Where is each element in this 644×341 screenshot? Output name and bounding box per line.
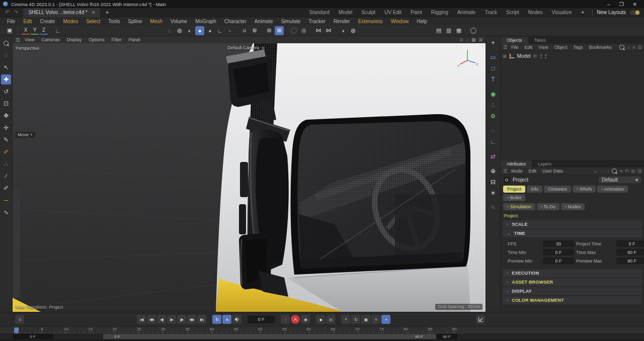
menu-item[interactable]: Tracker bbox=[304, 18, 330, 25]
menu-item[interactable]: File bbox=[3, 18, 19, 25]
document-tab[interactable]: SHELL Volvo ...terior.c4d * ✕ bbox=[23, 8, 100, 17]
tool-button[interactable]: ⊡ bbox=[1, 99, 11, 109]
menu-item[interactable]: Tools bbox=[104, 18, 124, 25]
playback-mode-button[interactable]: ↻ bbox=[212, 315, 221, 324]
axis-tool-icon[interactable]: ◎ bbox=[299, 26, 308, 35]
transport-button[interactable]: ●▶ bbox=[187, 315, 196, 324]
tool-button[interactable]: ✚ bbox=[1, 74, 11, 84]
keying-button[interactable]: ● bbox=[316, 315, 325, 324]
viewport-menu-item[interactable]: Display bbox=[63, 37, 86, 42]
tool-button[interactable]: ∴ bbox=[1, 159, 11, 169]
object-create-button[interactable]: ◉ bbox=[488, 89, 499, 100]
layout-tab[interactable]: Standard bbox=[304, 9, 334, 16]
close-button[interactable]: ✕ bbox=[633, 2, 637, 7]
field-value[interactable]: 0 F bbox=[543, 249, 574, 255]
render-icon[interactable]: ▤ bbox=[434, 26, 443, 35]
layout-tab[interactable]: Visualize bbox=[547, 9, 577, 16]
viewport-corner-handle[interactable] bbox=[479, 44, 485, 50]
attribute-tab[interactable]: ▫ XRefs bbox=[573, 186, 596, 193]
tool-button[interactable]: ◌ bbox=[1, 50, 11, 60]
axis-lock-button[interactable]: Y bbox=[31, 27, 39, 35]
key-channel-button[interactable]: × bbox=[381, 315, 390, 324]
layout-tab[interactable]: Nodes bbox=[524, 9, 547, 16]
maximize-button[interactable]: ❐ bbox=[619, 2, 624, 7]
object-create-button[interactable]: + bbox=[488, 37, 499, 48]
playback-mode-button[interactable]: A bbox=[222, 315, 231, 324]
object-create-button[interactable]: □ bbox=[488, 63, 499, 74]
attribute-tab[interactable]: Project bbox=[503, 186, 525, 193]
attribute-section[interactable]: › ASSET BROWSER bbox=[503, 278, 642, 286]
menu-item[interactable]: Help bbox=[413, 18, 431, 25]
popout-icon[interactable]: ⊡ bbox=[637, 168, 641, 174]
attribute-tab[interactable]: ▫ To Do bbox=[537, 203, 559, 210]
section-time[interactable]: ⌄ TIME bbox=[503, 229, 642, 237]
add-marker-button[interactable]: ◇ bbox=[15, 315, 24, 324]
objects-burger-icon[interactable]: ☰ bbox=[503, 45, 507, 50]
shading-mode-icon[interactable]: ∟ bbox=[215, 26, 224, 35]
expander-icon[interactable]: ⊞ bbox=[503, 54, 507, 59]
field-value[interactable]: 0 F bbox=[616, 240, 644, 247]
sound-button[interactable] bbox=[232, 315, 242, 324]
transport-button[interactable]: ◀● bbox=[147, 315, 156, 324]
attributes-menu-item[interactable]: Edit bbox=[526, 168, 540, 174]
preset-dropdown[interactable]: Default ▾ bbox=[599, 177, 641, 183]
viewport-burger-icon[interactable]: ☰ bbox=[16, 37, 20, 43]
attribute-tab[interactable]: ▫ Simulation bbox=[503, 203, 535, 210]
render-icon[interactable]: ▥ bbox=[444, 26, 453, 35]
record-button[interactable]: ◉ bbox=[301, 315, 310, 324]
menu-item[interactable]: Animate bbox=[251, 18, 277, 25]
view-label[interactable]: Perspective bbox=[16, 46, 39, 51]
key-channel-button[interactable]: ≡ bbox=[371, 315, 380, 324]
section-scale[interactable]: › SCALE bbox=[503, 220, 642, 228]
layout-tab[interactable]: Sculpt bbox=[357, 9, 380, 16]
attributes-burger-icon[interactable]: ☰ bbox=[503, 168, 507, 174]
object-create-button[interactable]: T bbox=[488, 74, 499, 85]
attribute-tab[interactable]: ▫ Nodes bbox=[561, 203, 585, 210]
field-value[interactable]: 90 F bbox=[616, 258, 644, 264]
viewport-solo-icon[interactable]: ▣ bbox=[5, 26, 14, 35]
attribute-tab[interactable]: Cineware bbox=[544, 186, 571, 193]
axis-lock-button[interactable]: Z bbox=[40, 27, 48, 35]
attribute-tab[interactable]: ▫ Animation bbox=[597, 186, 628, 193]
layout-tab[interactable]: Script bbox=[502, 9, 524, 16]
transport-button[interactable]: |▶ bbox=[177, 315, 186, 324]
camera-menu-icon[interactable]: ⊞ bbox=[261, 46, 265, 50]
object-create-button[interactable]: ⊕ bbox=[488, 165, 499, 177]
add-layout-button[interactable]: + bbox=[577, 9, 588, 16]
history-back-icon[interactable]: ← bbox=[593, 168, 598, 174]
viewport-menu-item[interactable]: Options bbox=[85, 37, 108, 42]
object-create-button[interactable]: ◌ bbox=[488, 125, 499, 136]
object-create-button[interactable]: ⊟ bbox=[488, 177, 499, 188]
object-create-button[interactable]: ⚙ bbox=[488, 111, 499, 122]
menu-item[interactable]: Window bbox=[387, 18, 413, 25]
shading-mode-icon[interactable]: ◍ bbox=[175, 26, 184, 35]
layout-tab[interactable]: UV Edit bbox=[380, 9, 406, 16]
range-end-field[interactable]: 90 F bbox=[436, 334, 457, 339]
tool-button[interactable]: ∿ bbox=[1, 207, 11, 217]
attribute-section[interactable]: › DISPLAY bbox=[503, 287, 642, 295]
redo-icon[interactable]: ↷ bbox=[14, 9, 18, 16]
render-dots[interactable] bbox=[545, 54, 546, 58]
menu-item[interactable]: MoGraph bbox=[191, 18, 220, 25]
transport-button[interactable]: ◀| bbox=[157, 315, 166, 324]
objects-menu-item[interactable]: Edit bbox=[522, 45, 536, 50]
object-create-button[interactable]: ✎ bbox=[488, 202, 499, 213]
keying-button[interactable]: ◎ bbox=[326, 315, 335, 324]
object-create-button[interactable]: ☀ bbox=[488, 188, 499, 199]
timeline-ruler[interactable]: 051015202530354045505560657075808590 bbox=[0, 326, 644, 333]
menu-item[interactable]: Extensions bbox=[354, 18, 387, 25]
tab-objects[interactable]: Objects bbox=[501, 37, 528, 44]
viewport-canvas[interactable] bbox=[13, 43, 486, 312]
record-button[interactable]: A bbox=[291, 315, 300, 324]
mode-icon[interactable]: ◖ bbox=[339, 26, 348, 35]
object-create-button[interactable]: ▭ bbox=[488, 52, 499, 63]
shading-mode-icon[interactable]: ◐ bbox=[185, 26, 194, 35]
tool-button[interactable]: ✎ bbox=[1, 135, 11, 145]
viewport-corner-icon[interactable]: ↓ bbox=[466, 37, 468, 42]
range-start-field[interactable]: 0 F bbox=[13, 334, 53, 339]
material-manager-icon[interactable]: ◯ bbox=[469, 26, 478, 35]
range-track[interactable]: 0 F 90 F bbox=[103, 334, 436, 339]
viewport-menu-item[interactable]: Cameras bbox=[38, 37, 63, 42]
tool-button[interactable]: ✥ bbox=[1, 111, 11, 121]
tool-button[interactable]: ∕ bbox=[1, 171, 11, 181]
